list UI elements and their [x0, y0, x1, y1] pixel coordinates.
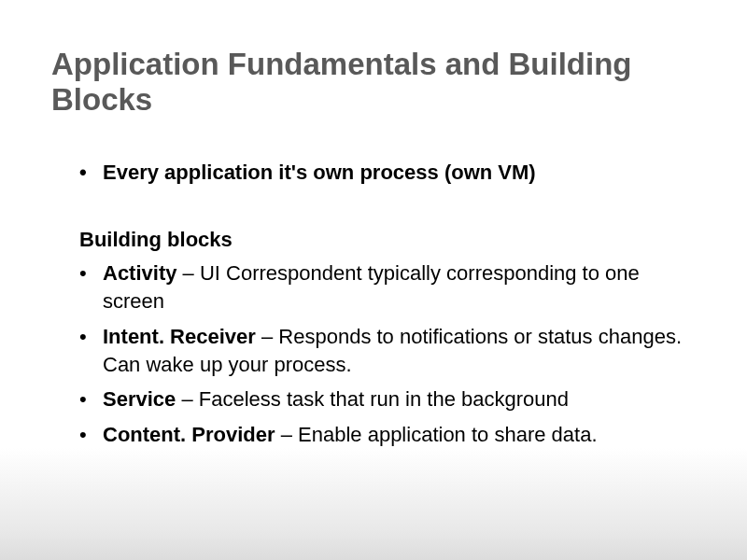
term: Intent. Receiver [103, 325, 256, 348]
list-item: Intent. Receiver – Responds to notificat… [79, 323, 696, 378]
main-bullet: Every application it's own process (own … [79, 160, 696, 187]
subheading: Building blocks [79, 228, 696, 252]
sep: – [176, 261, 199, 285]
sep: – [275, 423, 298, 446]
term: Service [103, 387, 176, 411]
desc: Enable application to share data. [298, 423, 597, 446]
sep: – [256, 325, 278, 348]
term: Content. Provider [103, 423, 275, 446]
slide-title: Application Fundamentals and Building Bl… [51, 47, 696, 118]
list-item: Activity – UI Correspondent typically co… [79, 259, 696, 315]
slide-content: Every application it's own process (own … [51, 160, 696, 449]
sep: – [176, 387, 198, 411]
desc: Faceless task that run in the background [199, 387, 569, 411]
list-item: Service – Faceless task that run in the … [79, 385, 696, 413]
list-item: Content. Provider – Enable application t… [79, 421, 696, 449]
term: Activity [103, 261, 176, 285]
slide: Application Fundamentals and Building Bl… [0, 0, 747, 484]
